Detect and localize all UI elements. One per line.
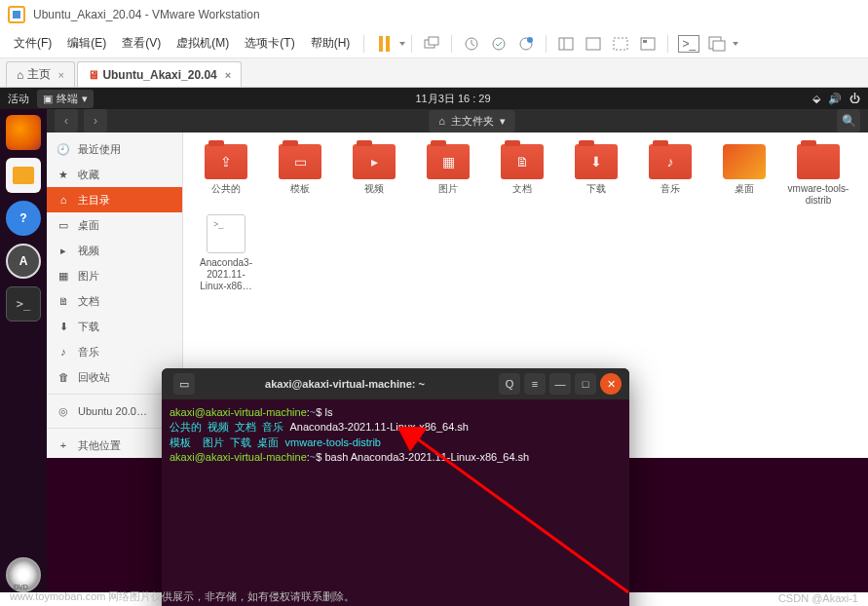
window-title: Ubuntu_Akaxi_20.04 - VMware Workstation bbox=[33, 8, 260, 21]
forward-button[interactable]: › bbox=[84, 109, 107, 133]
layout-full-button[interactable] bbox=[584, 34, 603, 54]
vmware-logo-icon bbox=[8, 6, 25, 23]
send-ctrl-alt-del-button[interactable] bbox=[422, 34, 441, 54]
sidebar-label: 其他位置 bbox=[78, 438, 121, 453]
dock-files[interactable] bbox=[6, 158, 41, 193]
sidebar-label: 图片 bbox=[78, 269, 99, 284]
file-label: 桌面 bbox=[735, 183, 754, 195]
topbar-app-label: 终端 bbox=[57, 92, 78, 106]
file-item[interactable]: ▸视频 bbox=[343, 144, 405, 207]
sidebar-item[interactable]: ▸视频 bbox=[47, 238, 182, 263]
clock[interactable]: 11月3日 16 : 29 bbox=[94, 92, 812, 106]
network-icon: ⬙ bbox=[812, 93, 820, 105]
svg-rect-11 bbox=[643, 40, 647, 43]
dock-dvd[interactable] bbox=[6, 557, 41, 592]
menu-button[interactable]: ≡ bbox=[524, 373, 546, 395]
terminal-body[interactable]: akaxi@akaxi-virtual-machine:~$ ls 公共的 视频… bbox=[162, 399, 629, 606]
path-bar[interactable]: ⌂ 主文件夹 ▾ bbox=[429, 110, 515, 133]
menu-vm[interactable]: 虚拟机(M) bbox=[169, 35, 237, 52]
close-icon[interactable]: × bbox=[58, 69, 64, 81]
svg-rect-1 bbox=[429, 37, 438, 45]
folder-icon: ▸ bbox=[353, 144, 396, 179]
sidebar-item[interactable]: ⌂主目录 bbox=[47, 187, 182, 212]
watermark-left: www.toymoban.com 网络图片仅供展示，非存储，如有侵权请联系删除。 bbox=[10, 589, 355, 604]
menu-help[interactable]: 帮助(H) bbox=[303, 35, 359, 52]
sidebar-icon: 🗎 bbox=[57, 294, 70, 308]
sidebar-item[interactable]: ▭桌面 bbox=[47, 212, 182, 238]
terminal-icon: ▣ bbox=[43, 93, 53, 105]
file-item[interactable]: 桌面 bbox=[713, 144, 775, 207]
close-icon[interactable]: × bbox=[225, 69, 231, 81]
close-button[interactable]: ✕ bbox=[600, 373, 622, 395]
file-item[interactable]: ⇪公共的 bbox=[195, 144, 257, 207]
revert-button[interactable] bbox=[516, 34, 536, 54]
dock-terminal[interactable]: >_ bbox=[6, 286, 41, 322]
menu-view[interactable]: 查看(V) bbox=[114, 35, 169, 52]
sidebar-icon: ⬇ bbox=[57, 320, 70, 333]
file-item[interactable]: 🗎文档 bbox=[491, 144, 553, 207]
folder-icon: ▭ bbox=[279, 144, 321, 179]
file-item[interactable]: ♪音乐 bbox=[639, 144, 701, 207]
file-item[interactable]: ▦图片 bbox=[417, 144, 479, 207]
topbar-app-terminal[interactable]: ▣ 终端 ▾ bbox=[37, 90, 94, 108]
dock-software-updater[interactable]: A bbox=[6, 244, 41, 279]
back-button[interactable]: ‹ bbox=[55, 109, 78, 133]
sidebar-icon: ⌂ bbox=[57, 193, 70, 207]
minimize-button[interactable]: — bbox=[549, 373, 571, 395]
svg-rect-6 bbox=[559, 38, 573, 50]
svg-rect-9 bbox=[614, 38, 627, 50]
sidebar-item[interactable]: 🗎文档 bbox=[47, 288, 182, 314]
file-label: 图片 bbox=[438, 183, 458, 195]
sidebar-item[interactable]: ⬇下载 bbox=[47, 314, 182, 339]
search-button[interactable]: Q bbox=[499, 373, 520, 395]
monitor-icon: 🖥 bbox=[88, 68, 99, 82]
layout-thumb-button[interactable] bbox=[638, 34, 658, 54]
sidebar-icon: ▭ bbox=[57, 218, 70, 232]
separator bbox=[451, 35, 452, 53]
tab-ubuntu[interactable]: 🖥 Ubuntu_Akaxi_20.04 × bbox=[77, 61, 242, 87]
fullscreen-button[interactable] bbox=[707, 34, 727, 54]
separator bbox=[411, 35, 412, 53]
separator bbox=[667, 35, 668, 53]
activities-button[interactable]: 活动 bbox=[8, 92, 29, 106]
sidebar-icon: 🕘 bbox=[57, 142, 70, 156]
sidebar-label: 收藏 bbox=[78, 168, 99, 182]
folder-icon: ⬇ bbox=[575, 144, 618, 179]
snapshot-button[interactable] bbox=[462, 34, 481, 54]
svg-rect-13 bbox=[713, 41, 725, 51]
sidebar-icon: ▸ bbox=[57, 244, 70, 257]
guest-desktop: 活动 ▣ 终端 ▾ 11月3日 16 : 29 ⬙ 🔊 ⏻ ? A >_ ‹ › bbox=[0, 88, 868, 592]
sidebar-item[interactable]: 🕘最近使用 bbox=[47, 136, 182, 162]
snapshot-manager-button[interactable] bbox=[489, 34, 509, 54]
system-tray[interactable]: ⬙ 🔊 ⏻ bbox=[812, 93, 860, 105]
dock-firefox[interactable] bbox=[6, 115, 41, 150]
folder-icon: ⇪ bbox=[205, 144, 247, 179]
maximize-button[interactable]: □ bbox=[575, 373, 596, 395]
sidebar-label: 音乐 bbox=[78, 345, 99, 360]
vmware-tabbar: ⌂ 主页 × 🖥 Ubuntu_Akaxi_20.04 × bbox=[0, 58, 868, 88]
new-tab-button[interactable]: ▭ bbox=[173, 373, 195, 395]
sidebar-item[interactable]: ♪音乐 bbox=[47, 339, 182, 364]
file-item[interactable]: vmware-tools-distrib bbox=[787, 144, 849, 207]
sidebar-label: 回收站 bbox=[78, 370, 110, 385]
file-item[interactable]: ⬇下载 bbox=[565, 144, 627, 207]
sidebar-item[interactable]: ▦图片 bbox=[47, 263, 182, 288]
search-button[interactable]: 🔍 bbox=[837, 109, 860, 133]
layout-single-button[interactable] bbox=[556, 34, 576, 54]
dock-help[interactable]: ? bbox=[6, 201, 41, 236]
dropdown-caret-icon[interactable] bbox=[733, 42, 738, 46]
pause-vm-button[interactable] bbox=[374, 34, 394, 54]
dropdown-caret-icon[interactable] bbox=[399, 42, 405, 46]
sidebar-item[interactable]: ★收藏 bbox=[47, 162, 182, 187]
console-button[interactable]: >_ bbox=[678, 35, 699, 53]
layout-unity-button[interactable] bbox=[611, 34, 630, 54]
file-item[interactable]: Anaconda3-2021.11-Linux-x86… bbox=[195, 214, 257, 292]
tab-home[interactable]: ⌂ 主页 × bbox=[6, 61, 75, 87]
menu-file[interactable]: 文件(F) bbox=[6, 35, 59, 52]
file-item[interactable]: ▭模板 bbox=[269, 144, 331, 207]
menu-edit[interactable]: 编辑(E) bbox=[59, 35, 114, 52]
menu-tabs[interactable]: 选项卡(T) bbox=[237, 35, 302, 52]
ubuntu-topbar: 活动 ▣ 终端 ▾ 11月3日 16 : 29 ⬙ 🔊 ⏻ bbox=[0, 88, 868, 109]
script-icon bbox=[207, 214, 245, 253]
sidebar-label: 文档 bbox=[78, 294, 99, 309]
